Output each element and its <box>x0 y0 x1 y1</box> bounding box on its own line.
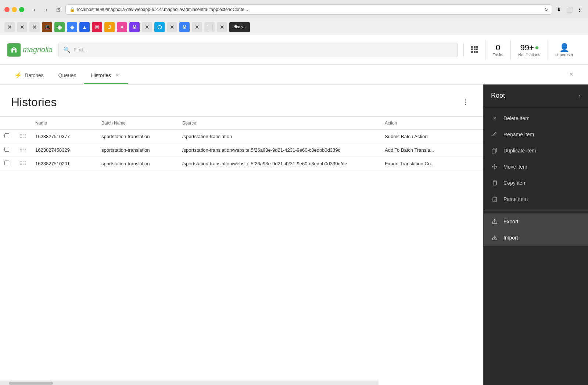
ext-x7[interactable]: ✕ <box>217 22 227 32</box>
table-row: ⠿⠿ 1623827510201 sportstation-translatio… <box>0 157 483 170</box>
svg-point-2 <box>465 102 466 103</box>
ext-x1[interactable]: ✕ <box>4 22 15 32</box>
page-title: Histories <box>11 96 57 109</box>
ext-hex[interactable]: ⬡ <box>154 22 165 32</box>
row-batch: sportstation-translation <box>97 157 178 170</box>
ext-histories[interactable]: Histo... <box>229 22 250 32</box>
ext-x5[interactable]: ✕ <box>167 22 177 32</box>
scrollbar-thumb[interactable] <box>9 382 53 385</box>
app-container: magnolia 🔍 Find... <box>0 35 588 385</box>
ext-box[interactable]: ⬜ <box>204 22 215 32</box>
row-icon-cell: ⠿⠿ <box>15 157 31 170</box>
copy-item-button[interactable]: Copy item <box>484 175 588 191</box>
tab-histories[interactable]: Histories × <box>84 67 128 84</box>
panel-menu-items: × Delete item Rename item <box>484 107 588 249</box>
ext-x3[interactable]: ✕ <box>29 22 40 32</box>
ext-x2[interactable]: ✕ <box>17 22 27 32</box>
col-header-action[interactable]: Action <box>380 117 483 130</box>
row-action: Submit Batch Action <box>380 130 483 143</box>
duplicate-item-button[interactable]: Duplicate item <box>484 143 588 159</box>
security-icon: 🔒 <box>69 7 75 12</box>
ext-star[interactable]: ✦ <box>117 22 127 32</box>
svg-point-3 <box>465 104 466 105</box>
notifications-label: Notifications <box>518 53 540 57</box>
forward-button[interactable]: › <box>41 5 51 14</box>
download-icon[interactable]: ⬇ <box>555 6 563 14</box>
ext-m1[interactable]: M <box>92 22 102 32</box>
maximize-button[interactable] <box>19 7 24 12</box>
col-header-source[interactable]: Source <box>178 117 380 130</box>
delete-icon: × <box>491 115 498 122</box>
copy-item-label: Copy item <box>503 180 527 186</box>
sidebar-toggle-icon[interactable]: ⊡ <box>54 6 62 14</box>
tasks-button[interactable]: 0 Tasks <box>485 40 510 60</box>
grid-menu-button[interactable] <box>463 43 485 57</box>
tab-histories-close[interactable]: × <box>114 72 121 79</box>
notifications-button[interactable]: 99+ Notifications <box>510 40 548 60</box>
ext-j[interactable]: J <box>104 22 115 32</box>
tab-batches[interactable]: ⚡ Batches <box>7 67 51 84</box>
row-name: 1623827510377 <box>31 130 97 143</box>
row-checkbox[interactable] <box>4 133 9 138</box>
ext-delta[interactable]: ▲ <box>79 22 90 32</box>
user-button[interactable]: 👤 superuser <box>548 40 581 60</box>
tab-queues[interactable]: Queues <box>51 67 84 84</box>
tab-batches-label: Batches <box>25 72 44 78</box>
reload-icon[interactable]: ↻ <box>544 7 548 12</box>
row-batch: sportstation-translation <box>97 143 178 157</box>
ext-m3[interactable]: M <box>179 22 190 32</box>
row-checkbox[interactable] <box>4 161 9 165</box>
logo-text: magnolia <box>23 46 53 54</box>
drag-handle-icon: ⠿⠿ <box>19 161 26 166</box>
col-header-batch[interactable]: Batch Name <box>97 117 178 130</box>
rename-icon <box>491 131 498 138</box>
logo-mark <box>7 43 21 57</box>
browser-chrome: ‹ › ⊡ 🔒 localhost:8080/magnolia-dev-weba… <box>0 0 588 19</box>
rename-item-label: Rename item <box>503 132 534 137</box>
col-header-name[interactable]: Name <box>31 117 97 130</box>
horizontal-scrollbar[interactable] <box>0 381 379 385</box>
window-icon[interactable]: ⬜ <box>565 6 573 14</box>
svg-point-1 <box>465 100 466 101</box>
search-placeholder: Find... <box>74 47 87 53</box>
minimize-button[interactable] <box>12 7 17 12</box>
row-name: 1623827458329 <box>31 143 97 157</box>
row-batch: sportstation-translation <box>97 130 178 143</box>
export-button[interactable]: Export <box>484 213 588 230</box>
ext-figma[interactable]: ◈ <box>67 22 77 32</box>
row-action: Export Translation Co... <box>380 157 483 170</box>
row-icon-cell: ⠿⠿ <box>15 130 31 143</box>
ext-drive[interactable]: ◉ <box>54 22 65 32</box>
tab-bar: ⚡ Batches Queues Histories × × <box>0 65 588 84</box>
ext-m2[interactable]: M <box>129 22 140 32</box>
drag-handle-icon: ⠿⠿ <box>19 147 26 153</box>
col-header-checkbox <box>0 117 15 130</box>
notifications-count: 99+ <box>520 43 538 53</box>
right-panel-header: Root › <box>484 84 588 107</box>
right-panel: Root › × Delete item Rename item <box>483 84 588 385</box>
ext-x6[interactable]: ✕ <box>192 22 202 32</box>
back-button[interactable]: ‹ <box>29 5 40 14</box>
delete-item-button[interactable]: × Delete item <box>484 110 588 126</box>
expand-icon[interactable]: › <box>579 93 581 99</box>
search-bar[interactable]: 🔍 Find... <box>58 43 458 57</box>
col-header-icon <box>15 117 31 130</box>
import-button[interactable]: Import <box>484 230 588 246</box>
tasks-label: Tasks <box>493 53 503 57</box>
search-icon: 🔍 <box>63 46 71 53</box>
close-button[interactable] <box>4 7 10 12</box>
ext-hat[interactable]: 🎩 <box>42 22 52 32</box>
rename-item-button[interactable]: Rename item <box>484 126 588 143</box>
paste-item-button[interactable]: Paste item <box>484 191 588 207</box>
row-checkbox[interactable] <box>4 147 9 152</box>
more-icon[interactable]: ⋮ <box>576 6 584 14</box>
tasks-count: 0 <box>496 43 500 53</box>
move-item-button[interactable]: Move item <box>484 159 588 175</box>
page-header: Histories <box>0 84 483 116</box>
topbar-actions: 0 Tasks 99+ Notifications 👤 superuser <box>463 40 581 60</box>
ext-x4[interactable]: ✕ <box>142 22 152 32</box>
address-bar[interactable]: 🔒 localhost:8080/magnolia-dev-webapp-6.2… <box>65 4 552 15</box>
main-close-button[interactable]: × <box>562 71 581 78</box>
options-menu-button[interactable] <box>459 96 472 109</box>
duplicate-icon <box>491 147 498 154</box>
